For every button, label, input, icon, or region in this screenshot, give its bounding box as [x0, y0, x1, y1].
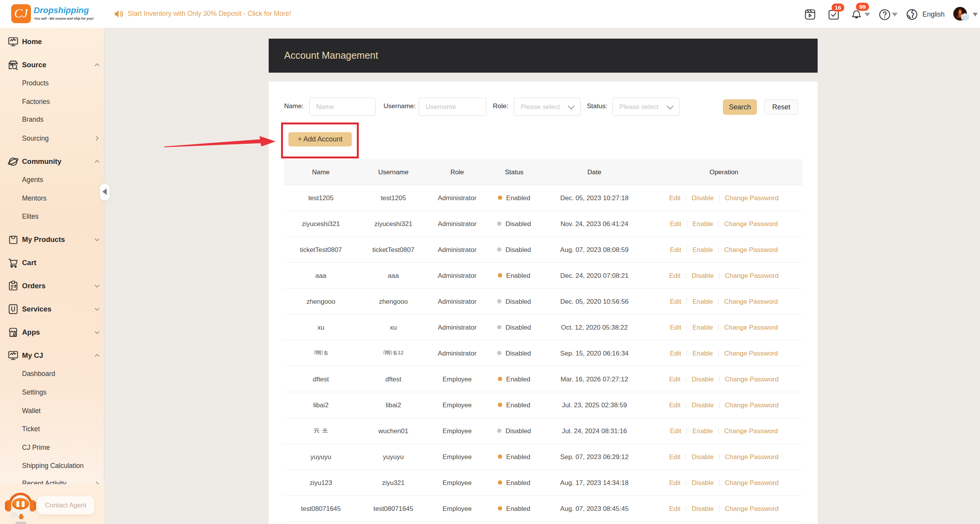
svg-text:12: 12 [397, 350, 403, 356]
